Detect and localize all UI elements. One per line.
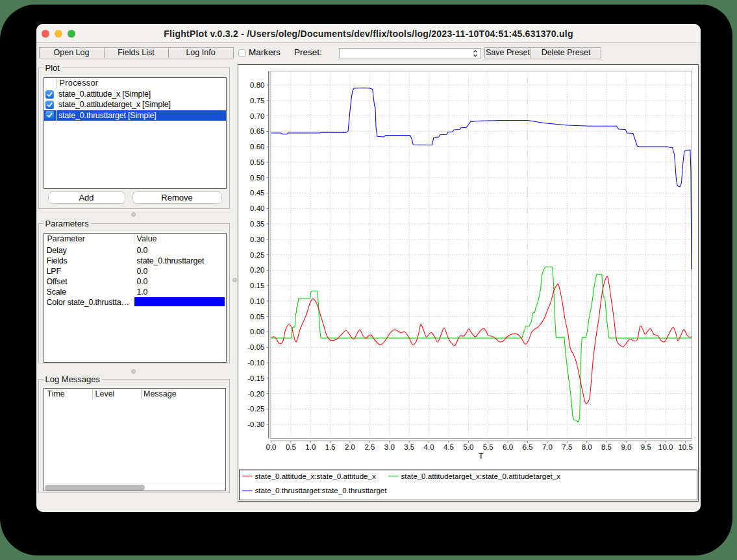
svg-text:0.45: 0.45 (250, 189, 264, 197)
svg-text:4.5: 4.5 (443, 443, 454, 451)
svg-text:3.0: 3.0 (384, 443, 395, 451)
svg-text:state_0.attitudetarget_x:state: state_0.attitudetarget_x:state_0.attitud… (401, 472, 561, 480)
svg-text:T: T (479, 452, 484, 461)
svg-text:0.40: 0.40 (250, 204, 264, 212)
svg-text:0.05: 0.05 (250, 313, 264, 321)
svg-text:9.5: 9.5 (641, 443, 651, 451)
svg-text:-0.25: -0.25 (247, 405, 264, 413)
svg-text:0.50: 0.50 (250, 174, 264, 182)
svg-text:5.0: 5.0 (463, 443, 473, 451)
svg-text:5.5: 5.5 (483, 443, 493, 451)
svg-text:-0.10: -0.10 (247, 359, 264, 367)
svg-text:6.5: 6.5 (523, 443, 533, 451)
svg-text:0.55: 0.55 (250, 158, 264, 166)
svg-text:0.65: 0.65 (250, 127, 264, 135)
svg-text:0.30: 0.30 (250, 236, 264, 243)
svg-text:7.5: 7.5 (562, 443, 572, 451)
svg-text:10.0: 10.0 (658, 443, 673, 451)
svg-text:state_0.attitude_x:state_0.att: state_0.attitude_x:state_0.attitude_x (255, 472, 376, 480)
svg-text:0.25: 0.25 (250, 251, 264, 259)
svg-text:0.15: 0.15 (250, 282, 264, 289)
svg-text:10.5: 10.5 (678, 443, 692, 451)
svg-text:8.5: 8.5 (601, 443, 612, 451)
svg-text:8.0: 8.0 (582, 443, 592, 451)
svg-text:0.0: 0.0 (266, 443, 277, 451)
svg-text:0.80: 0.80 (250, 81, 264, 89)
svg-text:1.0: 1.0 (305, 443, 316, 451)
svg-text:3.5: 3.5 (404, 443, 414, 451)
svg-text:state_0.thrusttarget:state_0.t: state_0.thrusttarget:state_0.thrusttarge… (255, 486, 388, 494)
svg-text:0.70: 0.70 (250, 112, 264, 120)
svg-text:-0.30: -0.30 (247, 420, 264, 428)
svg-text:2.0: 2.0 (345, 443, 355, 451)
svg-text:-0.20: -0.20 (247, 390, 264, 398)
svg-text:0.75: 0.75 (250, 97, 264, 104)
svg-text:0.60: 0.60 (250, 143, 264, 151)
svg-text:4.0: 4.0 (424, 443, 434, 451)
svg-text:7.0: 7.0 (542, 443, 553, 451)
svg-text:1.5: 1.5 (325, 443, 336, 451)
svg-text:0.5: 0.5 (286, 443, 296, 451)
svg-text:0.10: 0.10 (250, 297, 264, 305)
svg-text:0.35: 0.35 (250, 220, 264, 228)
svg-text:0.00: 0.00 (250, 328, 264, 335)
svg-text:0.20: 0.20 (250, 266, 264, 274)
svg-text:-0.05: -0.05 (247, 343, 264, 351)
svg-text:2.5: 2.5 (364, 443, 375, 451)
svg-text:9.0: 9.0 (621, 443, 631, 451)
svg-text:6.0: 6.0 (503, 443, 513, 451)
svg-text:-0.15: -0.15 (247, 374, 264, 382)
